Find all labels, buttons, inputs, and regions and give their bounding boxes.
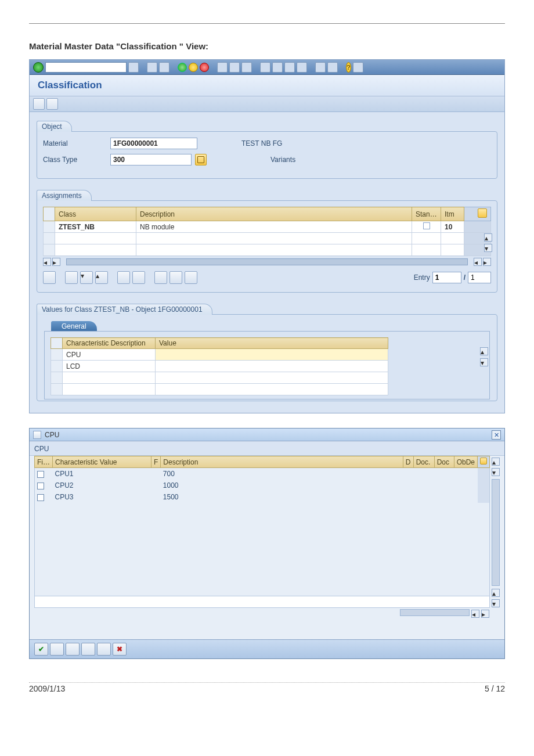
tab-assignments[interactable]: Assignments	[37, 190, 92, 201]
table-row[interactable]: CPU	[51, 349, 388, 361]
system-toolbar: ?	[30, 60, 504, 75]
cell-charval: CPU1	[53, 468, 151, 480]
shortcut-icon[interactable]	[327, 62, 338, 73]
back-icon[interactable]	[147, 62, 157, 73]
sort-icon[interactable]	[185, 271, 197, 284]
table-row[interactable]: CPU1 700	[35, 468, 490, 480]
accept-button[interactable]: ✔	[34, 643, 48, 656]
col-d: D	[403, 456, 413, 468]
row-checkbox[interactable]	[37, 471, 44, 478]
filter-button[interactable]	[97, 643, 111, 656]
popup-doc-icon	[33, 431, 41, 439]
hscroll-right-icon[interactable]: ▸	[52, 258, 60, 266]
col-rowselect	[44, 207, 55, 221]
table-row[interactable]: CPU3 1500	[35, 491, 490, 503]
entry-label: Entry	[414, 273, 430, 282]
material-field[interactable]	[110, 138, 197, 149]
save-icon[interactable]	[159, 62, 169, 73]
cell-class[interactable]: ZTEST_NB	[55, 221, 136, 233]
table-config-icon[interactable]	[480, 458, 487, 465]
nav-cancel-icon[interactable]	[200, 63, 209, 72]
class-type-desc: Variants	[268, 156, 298, 164]
page-footer: 2009/1/13 5 / 12	[29, 682, 505, 693]
popup-scroll-up-icon[interactable]: ▴	[492, 458, 500, 466]
popup-scroll-down2-icon[interactable]: ▾	[492, 599, 500, 607]
values-scroll-up-icon[interactable]: ▴	[480, 347, 488, 355]
col-obde: ObDe	[454, 456, 477, 468]
popup-scroll-up2-icon[interactable]: ▴	[492, 589, 500, 597]
find-icon[interactable]	[229, 62, 240, 73]
command-field[interactable]	[45, 62, 127, 73]
row-checkbox[interactable]	[37, 483, 44, 489]
col-fi: Fi…	[35, 456, 53, 468]
cell-desc: 700	[161, 468, 403, 480]
next-page-icon[interactable]	[284, 62, 295, 73]
enter-icon[interactable]	[33, 62, 44, 73]
copy-icon[interactable]	[117, 271, 130, 284]
popup-hscroll-right-icon[interactable]: ▸	[481, 610, 489, 618]
table-row[interactable]	[44, 244, 491, 256]
table-row[interactable]: CPU2 1000	[35, 480, 490, 491]
values-scroll-down-icon[interactable]: ▾	[480, 358, 488, 366]
value-help-table: Fi… Characteristic Value F Description D…	[34, 456, 490, 596]
insert-row-icon[interactable]	[43, 271, 56, 284]
popup-scroll-down-icon[interactable]: ▾	[492, 468, 500, 476]
cancel-button[interactable]: ✖	[113, 643, 127, 656]
find-next-icon[interactable]	[241, 62, 252, 73]
table-row[interactable]: ZTEST_NB NB module 10	[44, 221, 491, 233]
row-checkbox[interactable]	[37, 494, 44, 501]
popup-hscroll-track[interactable]	[400, 609, 470, 616]
cell-value[interactable]	[156, 349, 388, 361]
prev-entry-icon[interactable]: ▾	[80, 271, 93, 284]
dropdown-icon[interactable]	[128, 62, 139, 73]
cell-itm: 10	[441, 221, 464, 233]
tab-general[interactable]: General	[51, 321, 97, 332]
deselect-icon[interactable]	[169, 271, 182, 284]
close-icon[interactable]: ✕	[492, 430, 501, 440]
table-row[interactable]: LCD	[51, 361, 388, 372]
cell-value[interactable]	[156, 361, 388, 372]
entry-sep: /	[464, 273, 466, 282]
col-rowselect	[51, 338, 63, 349]
popup-hscroll-left-icon[interactable]: ◂	[471, 610, 479, 618]
select-all-icon[interactable]	[154, 271, 167, 284]
tab-object[interactable]: Object	[37, 121, 72, 132]
table-row[interactable]	[44, 233, 491, 244]
scroll-up-icon[interactable]: ▴	[484, 233, 492, 242]
cell-char-desc: LCD	[63, 361, 156, 372]
cell-desc: NB module	[136, 221, 412, 233]
nav-exit-icon[interactable]	[189, 63, 198, 72]
table-row[interactable]	[51, 372, 388, 384]
help-icon[interactable]: ?	[346, 62, 351, 73]
popup-subtitle: CPU	[30, 441, 504, 455]
prev-page-icon[interactable]	[272, 62, 283, 73]
popup-scrollbar[interactable]	[492, 479, 500, 586]
table-row[interactable]	[51, 384, 388, 395]
app-toolbar	[30, 96, 504, 112]
footer-btn-2[interactable]	[50, 643, 64, 656]
hscroll-right2-icon[interactable]: ▸	[483, 258, 491, 266]
col-class: Class	[55, 207, 136, 221]
layout-icon[interactable]	[353, 62, 363, 73]
first-page-icon[interactable]	[260, 62, 270, 73]
hscroll-left2-icon[interactable]: ◂	[474, 258, 482, 266]
footer-btn-3[interactable]	[66, 643, 80, 656]
app-btn-2[interactable]	[46, 98, 58, 110]
last-page-icon[interactable]	[297, 62, 307, 73]
class-type-help-icon[interactable]	[195, 154, 207, 165]
entry-current[interactable]	[432, 272, 461, 283]
next-entry-icon[interactable]: ▴	[95, 271, 108, 284]
find-row-icon[interactable]	[65, 271, 78, 284]
print-button[interactable]	[81, 643, 95, 656]
stan-checkbox[interactable]	[423, 222, 430, 229]
nav-back-icon[interactable]	[178, 63, 187, 72]
app-btn-1[interactable]	[33, 98, 45, 110]
class-type-field[interactable]	[110, 154, 192, 165]
delete-icon[interactable]	[132, 271, 145, 284]
hscroll-track[interactable]	[66, 258, 468, 265]
print-icon[interactable]	[217, 62, 228, 73]
hscroll-left-icon[interactable]: ◂	[43, 258, 51, 266]
scroll-down-icon[interactable]: ▾	[484, 244, 492, 252]
cell-desc: 1500	[161, 491, 403, 503]
new-session-icon[interactable]	[315, 62, 326, 73]
